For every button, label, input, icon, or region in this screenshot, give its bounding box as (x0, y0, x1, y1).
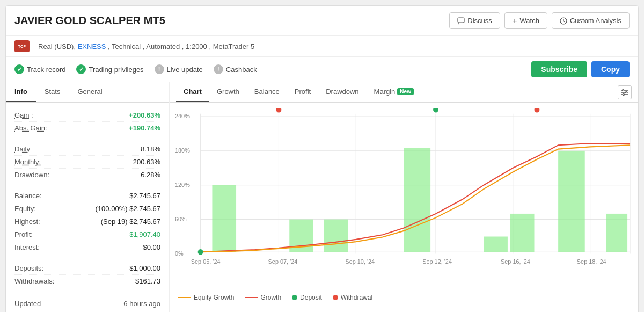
svg-point-3 (626, 91, 627, 93)
tab-info[interactable]: Info (6, 82, 36, 102)
subscribe-button[interactable]: Subscribe (531, 61, 587, 77)
interest-label: Interest: (14, 243, 40, 251)
deposit-dot-2 (433, 108, 438, 113)
plus-icon: + (513, 16, 517, 25)
bar-8 (606, 214, 627, 252)
deposit-label: Deposit (300, 294, 322, 301)
live-update-item: ! Live update (155, 64, 203, 74)
interest-row: Interest: $0.00 (14, 241, 160, 253)
exness-link[interactable]: EXNESS (78, 42, 106, 50)
legend-equity-growth: Equity Growth (178, 294, 234, 301)
cashback-label: Cashback (226, 66, 257, 74)
y-label-120: 120% (175, 182, 190, 188)
legend-growth: Growth (245, 294, 281, 301)
chart-tabs-left: Chart Growth Balance Profit Drawdown Mar… (176, 82, 421, 102)
bar-6 (510, 214, 535, 252)
chart-tab-drawdown[interactable]: Drawdown (318, 82, 366, 102)
daily-value: 8.18% (141, 145, 160, 153)
y-label-0: 0% (175, 250, 184, 256)
subheader: TOP Real (USD), EXNESS , Technical , Aut… (6, 36, 638, 57)
live-update-icon: ! (155, 64, 164, 74)
gain-label: Gain : (14, 111, 33, 119)
deposits-row: Deposits: $1,000.00 (14, 262, 160, 275)
gain-row: Gain : +200.63% (14, 109, 160, 122)
withdrawal-dot-2 (535, 108, 540, 113)
chart-tab-chart[interactable]: Chart (176, 82, 209, 102)
header: JAVIER GOLD SCALPER MT5 Discuss + Watch (6, 6, 638, 36)
chart-tabs: Chart Growth Balance Profit Drawdown Mar… (170, 82, 638, 103)
chart-tab-growth[interactable]: Growth (209, 82, 247, 102)
daily-label: Daily (14, 145, 30, 153)
monthly-label: Monthly: (14, 158, 41, 166)
discuss-button[interactable]: Discuss (449, 12, 500, 29)
chart-area: .grid-line { stroke: #e5e5e5; stroke-wid… (170, 103, 638, 291)
header-right: Discuss + Watch Custom Analysis (449, 12, 630, 29)
bar-5 (484, 237, 508, 252)
info-footer: Updated 6 hours ago Tracking 11 (6, 294, 169, 312)
equity-value: (100.00%) $2,745.67 (96, 205, 160, 213)
equity-growth-label: Equity Growth (194, 294, 234, 301)
withdrawal-dot-1 (276, 108, 281, 113)
track-record-label: Track record (27, 66, 65, 74)
growth-label: Growth (260, 294, 281, 301)
tab-stats[interactable]: Stats (36, 82, 69, 102)
live-update-label: Live update (167, 66, 203, 74)
profit-label: Profit: (14, 230, 33, 238)
abs-gain-label: Abs. Gain: (14, 124, 47, 132)
deposit-dot-1 (198, 249, 203, 255)
svg-rect-0 (458, 18, 464, 23)
equity-label: Equity: (14, 205, 36, 213)
left-tabs: Info Stats General (6, 82, 169, 103)
deposits-label: Deposits: (14, 264, 43, 272)
deposits-value: $1,000.00 (129, 264, 160, 272)
x-label-5: Sep 16, '24 (501, 258, 530, 264)
y-label-240: 240% (175, 113, 190, 119)
header-left: JAVIER GOLD SCALPER MT5 (14, 14, 165, 27)
legend-withdrawal: Withdrawal (333, 294, 372, 301)
chart-legend: Equity Growth Growth Deposit Withdrawal (170, 291, 638, 307)
info-section: Gain : +200.63% Abs. Gain: +190.74% (6, 103, 169, 141)
trading-privileges-item: ✓ Trading privileges (76, 64, 143, 74)
cashback-item: ! Cashback (214, 64, 257, 74)
updated-value: 6 hours ago (123, 300, 160, 308)
growth-line-indicator (245, 297, 258, 298)
chart-tab-margin[interactable]: Margin New (367, 82, 421, 102)
chart-tab-balance[interactable]: Balance (247, 82, 287, 102)
trading-privileges-label: Trading privileges (89, 66, 143, 74)
profit-row: Profit: $1,907.40 (14, 228, 160, 241)
copy-button[interactable]: Copy (591, 61, 630, 77)
balance-section: Balance: $2,745.67 Equity: (100.00%) $2,… (6, 187, 169, 260)
y-label-60: 60% (175, 215, 187, 222)
tab-general[interactable]: General (69, 82, 111, 102)
chart-settings-button[interactable] (618, 85, 632, 99)
withdrawal-dot-indicator (333, 295, 338, 300)
updated-row: Updated 6 hours ago (14, 298, 160, 309)
new-badge: New (397, 88, 414, 95)
main-container: JAVIER GOLD SCALPER MT5 Discuss + Watch (5, 5, 639, 312)
chart-tab-profit[interactable]: Profit (287, 82, 318, 102)
abs-gain-value: +190.74% (129, 124, 160, 132)
balance-label: Balance: (14, 192, 42, 200)
watch-button[interactable]: + Watch (504, 12, 547, 29)
svg-point-4 (623, 93, 625, 95)
account-details: Real (USD), EXNESS , Technical , Automat… (38, 42, 254, 50)
daily-row: Daily 8.18% (14, 143, 160, 156)
withdrawal-label: Withdrawal (341, 294, 372, 301)
x-label-2: Sep 07, '24 (268, 258, 298, 264)
withdrawals-label: Withdrawals: (14, 277, 54, 285)
page-title: JAVIER GOLD SCALPER MT5 (14, 14, 165, 27)
track-record-icon: ✓ (14, 64, 24, 74)
chat-icon (457, 17, 465, 25)
equity-growth-line-indicator (178, 297, 191, 298)
main-content: Info Stats General Gain : +200.63% Abs. … (6, 82, 638, 312)
gain-value: +200.63% (129, 111, 160, 119)
deposits-section: Deposits: $1,000.00 Withdrawals: $161.73 (6, 260, 169, 294)
balance-value: $2,745.67 (129, 192, 160, 200)
legend-deposit: Deposit (292, 294, 322, 301)
status-bar: ✓ Track record ✓ Trading privileges ! Li… (6, 57, 638, 82)
drawdown-row: Drawdown: 6.28% (14, 169, 160, 181)
profit-value: $1,907.40 (129, 230, 160, 238)
performance-section: Daily 8.18% Monthly: 200.63% Drawdown: 6… (6, 141, 169, 187)
custom-analysis-button[interactable]: Custom Analysis (552, 12, 630, 29)
left-panel: Info Stats General Gain : +200.63% Abs. … (6, 82, 170, 312)
